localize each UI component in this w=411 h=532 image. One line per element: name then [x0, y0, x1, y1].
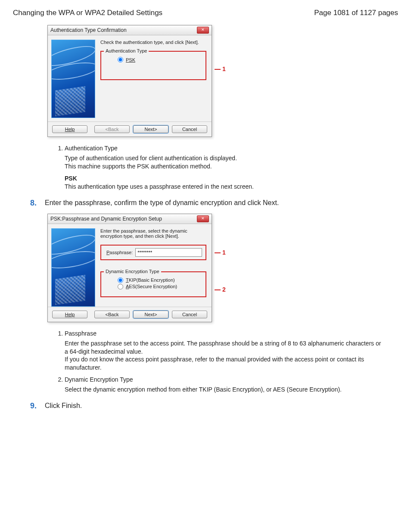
- dialog1-titlebar: Authentication Type Confirmation ✕: [48, 25, 212, 35]
- help-button-label: Help: [65, 312, 75, 317]
- dialog2-titlebar: PSK:Passphrase and Dynamic Encryption Se…: [48, 214, 212, 224]
- step-8: 8. Enter the passphrase, confirm the typ…: [30, 199, 398, 208]
- step-8-text: Enter the passphrase, confirm the type o…: [45, 199, 279, 207]
- explain2-item1: Passphrase Enter the passphrase set to t…: [65, 330, 385, 372]
- auth-type-dialog: Authentication Type Confirmation ✕ Check…: [47, 25, 212, 137]
- explain1-item1: Authentication Type Type of authenticati…: [65, 145, 385, 191]
- callout-1: 1: [215, 65, 226, 72]
- encryption-type-legend: Dynamic Encryption Type: [104, 269, 161, 274]
- decorative-side-image: [51, 228, 95, 307]
- psk-heading: PSK: [65, 175, 385, 182]
- callout-1-num: 1: [222, 65, 226, 72]
- psk-radio[interactable]: [118, 57, 123, 62]
- explain1-block: Authentication Type Type of authenticati…: [56, 145, 385, 191]
- auth-type-group: Authentication Type PSK: [100, 51, 206, 80]
- dialog2-instruction: Enter the passphrase, select the dynamic…: [100, 228, 206, 239]
- next-button[interactable]: Next>: [133, 125, 168, 133]
- next-button[interactable]: Next>: [133, 311, 168, 318]
- callout-1: 1: [215, 249, 226, 256]
- step-9-num: 9.: [30, 401, 40, 411]
- help-button[interactable]: Help: [52, 311, 87, 318]
- step-8-num: 8.: [30, 199, 40, 208]
- help-button-label: Help: [65, 127, 75, 132]
- help-button[interactable]: Help: [52, 125, 87, 133]
- passphrase-label: Passphrase:: [106, 250, 133, 255]
- auth-type-legend: Authentication Type: [104, 48, 149, 53]
- dialog1-buttons: Help <Back Next> Cancel: [48, 121, 212, 137]
- aes-label: AES(Secure Encryption): [126, 284, 177, 289]
- explain2-item1-body-a: Enter the passphrase set to the access p…: [65, 339, 385, 356]
- psk-radio-row[interactable]: PSK: [118, 57, 202, 62]
- close-icon[interactable]: ✕: [197, 215, 209, 222]
- step-9: 9. Click Finish.: [30, 401, 398, 411]
- page-indicator: Page 1081 of 1127 pages: [314, 9, 398, 17]
- dialog1-title: Authentication Type Confirmation: [50, 27, 127, 33]
- explain2-block: Passphrase Enter the passphrase set to t…: [56, 330, 385, 394]
- decorative-side-image: [51, 40, 95, 118]
- explain2-item2-title: Dynamic Encryption Type: [65, 376, 385, 383]
- explain2-item2: Dynamic Encryption Type Select the dynam…: [65, 376, 385, 394]
- dialog1-wrap: Authentication Type Confirmation ✕ Check…: [47, 25, 398, 137]
- callout-2: 2: [215, 286, 226, 293]
- psk-radio-label: PSK: [126, 57, 135, 62]
- tkip-label: TKIP(Basic Encryption): [126, 277, 175, 283]
- tkip-radio[interactable]: [118, 277, 123, 283]
- dialog2-buttons: Help <Back Next> Cancel: [48, 307, 212, 322]
- passphrase-group: Passphrase:: [100, 245, 206, 260]
- step-9-text: Click Finish.: [45, 401, 82, 410]
- encryption-type-group: Dynamic Encryption Type TKIP(Basic Encry…: [100, 271, 206, 297]
- tkip-radio-row[interactable]: TKIP(Basic Encryption): [118, 277, 202, 283]
- cancel-button[interactable]: Cancel: [172, 311, 207, 318]
- psk-body: This authentication type uses a passphra…: [65, 183, 385, 191]
- back-button[interactable]: <Back: [94, 311, 130, 318]
- passphrase-dialog: PSK:Passphrase and Dynamic Encryption Se…: [47, 214, 212, 322]
- page-header: Changing the WPA or WPA2 Detailed Settin…: [13, 9, 398, 17]
- aes-radio[interactable]: [118, 284, 123, 289]
- explain2-item2-body: Select the dynamic encryption method fro…: [65, 386, 385, 394]
- explain1-item1-body-b: This machine supports the PSK authentica…: [65, 162, 385, 171]
- back-button: <Back: [94, 125, 130, 133]
- close-icon[interactable]: ✕: [197, 27, 209, 34]
- explain1-item1-body-a: Type of authentication used for client a…: [65, 154, 385, 162]
- dialog2-title: PSK:Passphrase and Dynamic Encryption Se…: [50, 216, 162, 222]
- aes-radio-row[interactable]: AES(Secure Encryption): [118, 284, 202, 289]
- explain2-item1-body-b: If you do not know the access point pass…: [65, 355, 385, 372]
- explain2-item1-title: Passphrase: [65, 330, 385, 337]
- callout-1-num: 1: [222, 249, 226, 256]
- doc-title: Changing the WPA or WPA2 Detailed Settin…: [13, 9, 162, 17]
- dialog1-instruction: Check the authentication type, and click…: [100, 40, 206, 45]
- passphrase-input[interactable]: [135, 248, 202, 257]
- dialog2-wrap: PSK:Passphrase and Dynamic Encryption Se…: [47, 214, 398, 322]
- cancel-button[interactable]: Cancel: [172, 125, 207, 133]
- explain1-item1-title: Authentication Type: [65, 145, 385, 152]
- callout-2-num: 2: [222, 286, 226, 293]
